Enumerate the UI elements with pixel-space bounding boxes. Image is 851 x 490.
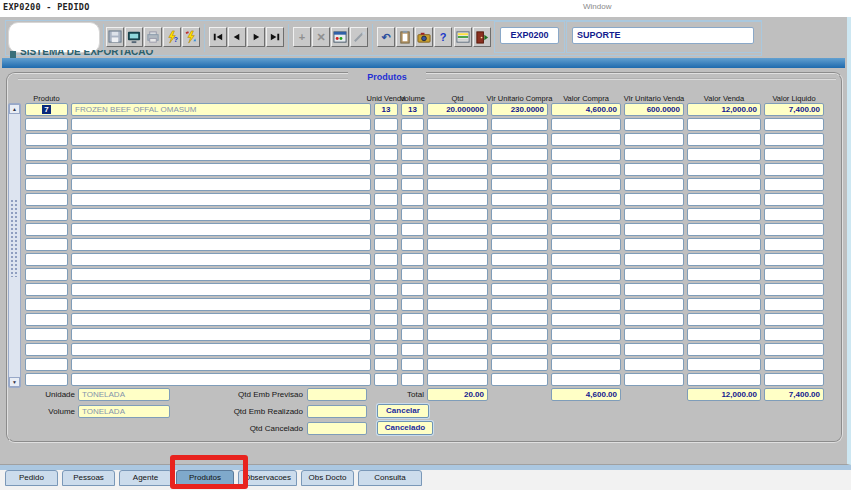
grid-cell[interactable] [71,328,371,341]
grid-cell[interactable] [491,148,548,161]
grid-cell[interactable] [764,358,824,371]
nav-next-icon[interactable] [247,27,265,47]
grid-cell[interactable] [401,298,424,311]
grid-cell[interactable] [401,313,424,326]
grid-cell[interactable] [427,208,488,221]
grid-cell[interactable] [491,268,548,281]
grid-cell[interactable] [687,118,761,131]
grid-cell[interactable] [687,223,761,236]
grid-cell[interactable] [491,133,548,146]
program-code-field[interactable]: EXP0200 [500,27,559,44]
grid-cell[interactable] [374,358,398,371]
grid-cell[interactable] [624,238,684,251]
grid-cell[interactable] [551,163,621,176]
grid-cell[interactable] [401,283,424,296]
grid-cell[interactable] [687,148,761,161]
grid-cell[interactable]: 600.0000 [624,103,684,116]
grid-cell[interactable] [624,313,684,326]
tab-pedido[interactable]: Pedido [5,470,58,486]
grid-cell[interactable] [491,298,548,311]
grid-cell[interactable] [71,298,371,311]
grid-cell[interactable] [491,193,548,206]
grid-vertical-scrollbar[interactable]: ▲ ▼ [8,103,21,388]
grid-cell[interactable] [25,148,68,161]
grid-cell[interactable] [374,298,398,311]
grid-cell[interactable] [624,253,684,266]
grid-cell[interactable] [374,253,398,266]
grid-cell[interactable] [491,163,548,176]
grid-cell[interactable] [374,118,398,131]
grid-cell[interactable] [25,358,68,371]
grid-cell[interactable] [624,208,684,221]
grid-cell[interactable] [551,178,621,191]
grid-cell[interactable] [491,253,548,266]
grid-cell[interactable] [25,253,68,266]
grid-cell[interactable] [71,193,371,206]
grid-cell[interactable] [25,178,68,191]
grid-cell[interactable] [427,313,488,326]
qtd-cancelado-field[interactable] [307,422,367,435]
grid-cell[interactable] [25,223,68,236]
grid-cell[interactable] [624,118,684,131]
grid-cell[interactable] [624,178,684,191]
grid-cell[interactable] [764,283,824,296]
volume-field[interactable]: TONELADA [78,405,170,418]
grid-cell[interactable] [71,268,371,281]
grid-cell[interactable] [764,208,824,221]
grid-cell[interactable] [687,193,761,206]
screen-icon[interactable] [125,27,143,47]
grid-cell[interactable] [427,298,488,311]
grid-cell[interactable] [551,133,621,146]
grid-cell[interactable] [624,193,684,206]
save-icon[interactable] [106,27,124,47]
nav-first-icon[interactable] [209,27,227,47]
grid-cell[interactable] [374,283,398,296]
grid-cell[interactable] [624,373,684,386]
grid-cell[interactable]: 7 [25,103,68,116]
grid-cell[interactable] [374,373,398,386]
grid-cell[interactable] [764,193,824,206]
list-icon[interactable] [454,27,472,47]
paste-icon[interactable] [396,27,414,47]
grid-cell[interactable] [551,253,621,266]
grid-cell[interactable] [624,283,684,296]
clear-record-icon[interactable] [350,27,368,47]
grid-cell[interactable] [551,358,621,371]
grid-cell[interactable] [687,208,761,221]
grid-cell[interactable]: 7,400.00 [764,103,824,116]
grid-cell[interactable] [71,283,371,296]
grid-cell[interactable] [71,208,371,221]
grid-cell[interactable] [374,208,398,221]
grid-cell[interactable] [624,268,684,281]
photo-icon[interactable] [415,27,433,47]
grid-cell[interactable] [551,298,621,311]
grid-cell[interactable] [764,133,824,146]
grid-cell[interactable] [427,148,488,161]
grid-cell[interactable] [71,313,371,326]
grid-cell[interactable] [71,133,371,146]
grid-cell[interactable] [374,148,398,161]
grid-cell[interactable] [401,193,424,206]
grid-cell[interactable] [25,193,68,206]
grid-cell[interactable] [401,238,424,251]
grid-cell[interactable] [427,238,488,251]
grid-cell[interactable] [551,118,621,131]
grid-cell[interactable] [551,208,621,221]
grid-cell[interactable] [374,178,398,191]
grid-cell[interactable] [687,313,761,326]
grid-cell[interactable] [764,238,824,251]
grid-cell[interactable] [401,178,424,191]
grid-cell[interactable] [764,253,824,266]
grid-cell[interactable] [25,208,68,221]
cancelar-button[interactable]: Cancelar [377,404,429,418]
grid-cell[interactable] [401,328,424,341]
grid-cell[interactable] [25,118,68,131]
grid-cell[interactable] [624,328,684,341]
grid-cell[interactable] [687,358,761,371]
tab-agente[interactable]: Agente [119,470,172,486]
nav-prev-icon[interactable] [228,27,246,47]
grid-cell[interactable] [687,283,761,296]
grid-cell[interactable] [764,328,824,341]
print-icon[interactable] [144,27,162,47]
grid-cell[interactable] [374,313,398,326]
